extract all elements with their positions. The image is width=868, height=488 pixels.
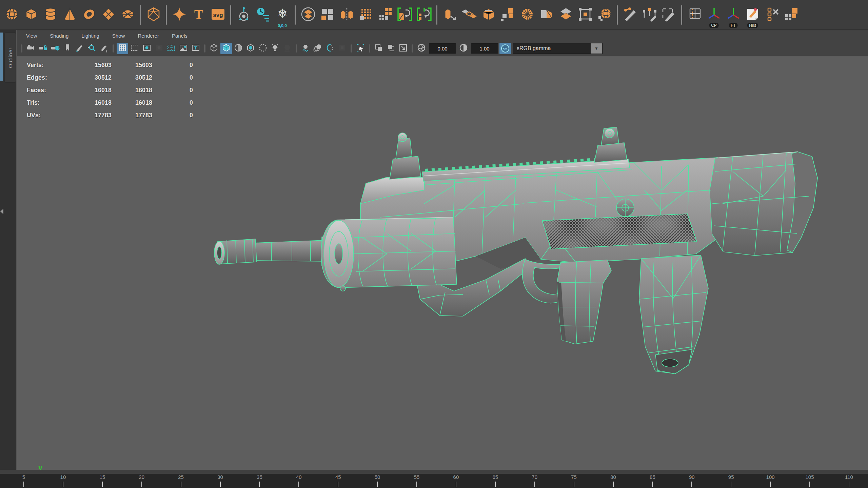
gate-mask-button[interactable] bbox=[153, 43, 165, 54]
exposure-button[interactable] bbox=[416, 43, 427, 54]
panel-menu-show[interactable]: Show bbox=[112, 33, 125, 39]
frame-label: 60 bbox=[453, 474, 459, 480]
delete-history-button[interactable] bbox=[762, 1, 782, 28]
color-management-toggle[interactable]: ON bbox=[499, 43, 511, 54]
gamma-field[interactable]: 1.00 bbox=[471, 43, 498, 54]
two-d-pan-zoom-button[interactable] bbox=[86, 43, 98, 54]
unfold-icon bbox=[538, 6, 555, 24]
safe-title-button[interactable]: T bbox=[190, 43, 201, 54]
panel-menu-shading[interactable]: Shading bbox=[50, 33, 68, 39]
shaded-mode-button[interactable] bbox=[220, 43, 232, 54]
lattice-button[interactable] bbox=[575, 1, 595, 28]
lighting-button[interactable] bbox=[269, 43, 281, 54]
booleans-button[interactable] bbox=[556, 1, 575, 28]
use-default-material-button[interactable] bbox=[257, 43, 269, 54]
construction-history-button[interactable]: Hist bbox=[743, 1, 762, 28]
screen-space-ao-button[interactable] bbox=[300, 43, 311, 54]
field-chart-icon bbox=[166, 43, 176, 54]
multi-cut-button[interactable] bbox=[659, 1, 678, 28]
bookmark-button[interactable] bbox=[62, 43, 73, 54]
bevel-button[interactable] bbox=[479, 1, 498, 28]
extrude-button[interactable] bbox=[440, 1, 459, 28]
isolate-select-button[interactable] bbox=[355, 43, 366, 54]
outliner-tab[interactable]: Outliner bbox=[4, 33, 16, 83]
crease-tool-icon bbox=[622, 6, 638, 24]
image-plane-button[interactable] bbox=[74, 43, 85, 54]
quad-draw-button[interactable] bbox=[685, 1, 704, 28]
chevron-down-icon[interactable]: ▼ bbox=[591, 43, 602, 54]
panel-collapse-arrow-icon[interactable] bbox=[0, 209, 3, 214]
toolbar-separator bbox=[369, 44, 370, 53]
center-pivot-icon bbox=[236, 6, 252, 24]
anti-alias-button[interactable] bbox=[336, 43, 348, 54]
freeze-transform-button[interactable]: ❄0,0,0 bbox=[273, 1, 292, 28]
poly-disc-button[interactable] bbox=[118, 1, 137, 28]
contrast-button[interactable] bbox=[458, 43, 469, 54]
poly-cube-button[interactable] bbox=[21, 1, 41, 28]
camera-attributes-button[interactable] bbox=[50, 43, 61, 54]
textured-mode-button[interactable] bbox=[233, 43, 244, 54]
wireframe-on-shaded-button[interactable] bbox=[245, 43, 256, 54]
svg-tool-button[interactable]: svg bbox=[208, 1, 228, 28]
smooth-button[interactable] bbox=[356, 1, 376, 28]
shelf-separator bbox=[681, 5, 682, 25]
uv-editor-button[interactable] bbox=[782, 1, 801, 28]
shadows-button[interactable] bbox=[281, 43, 293, 54]
center-pivot-axis-button[interactable]: CP bbox=[704, 1, 724, 28]
poly-torus-button[interactable] bbox=[79, 1, 99, 28]
hud-value: Tris: bbox=[27, 99, 71, 106]
poly-cone-button[interactable] bbox=[60, 1, 79, 28]
poly-sphere-button[interactable] bbox=[2, 1, 21, 28]
circularize-button[interactable] bbox=[517, 1, 537, 28]
resolution-gate-button[interactable] bbox=[141, 43, 153, 54]
hud-value: 16018 bbox=[71, 99, 112, 106]
freeze-transform-axis-button[interactable]: FT bbox=[724, 1, 743, 28]
field-chart-button[interactable] bbox=[165, 43, 177, 54]
safe-action-button[interactable] bbox=[178, 43, 189, 54]
edit-edge-flow-button[interactable] bbox=[640, 1, 659, 28]
range-slider-strip[interactable] bbox=[0, 470, 868, 474]
separate-button[interactable] bbox=[318, 1, 337, 28]
reduce-button[interactable] bbox=[376, 1, 395, 28]
grease-pencil-button[interactable] bbox=[98, 43, 110, 54]
center-pivot-button[interactable] bbox=[234, 1, 253, 28]
platonic-solid-button[interactable] bbox=[144, 1, 163, 28]
exposure-field[interactable]: 0.00 bbox=[429, 43, 456, 54]
poly-cylinder-button[interactable] bbox=[41, 1, 60, 28]
remesh-button[interactable] bbox=[414, 1, 434, 28]
camera-lock-button[interactable] bbox=[37, 43, 49, 54]
time-slider[interactable]: 5101520253035404550556065707580859095100… bbox=[0, 474, 868, 488]
retopologize-button[interactable] bbox=[395, 1, 414, 28]
bridge-button[interactable] bbox=[459, 1, 479, 28]
xray-button[interactable] bbox=[373, 43, 384, 54]
viewport-3d[interactable]: Verts:15603156030Edges:30512305120Faces:… bbox=[17, 56, 868, 470]
frame-tick bbox=[259, 482, 260, 487]
spherize-button[interactable] bbox=[595, 1, 614, 28]
grid-button[interactable] bbox=[117, 43, 128, 54]
unfold-button[interactable] bbox=[537, 1, 556, 28]
wireframe-mode-button[interactable] bbox=[208, 43, 220, 54]
crease-tool-button[interactable] bbox=[620, 1, 640, 28]
panel-menu-panels[interactable]: Panels bbox=[172, 33, 188, 39]
poly-plane-button[interactable] bbox=[99, 1, 118, 28]
film-gate-button[interactable] bbox=[129, 43, 140, 54]
panel-menu-renderer[interactable]: Renderer bbox=[138, 33, 159, 39]
super-shape-button[interactable] bbox=[170, 1, 189, 28]
snapshot-button[interactable] bbox=[397, 43, 409, 54]
camera-select-button[interactable] bbox=[25, 43, 37, 54]
type-tool-button[interactable]: T bbox=[189, 1, 208, 28]
depth-of-field-button[interactable] bbox=[324, 43, 336, 54]
motion-blur-button[interactable] bbox=[312, 43, 323, 54]
mirror-button[interactable] bbox=[337, 1, 356, 28]
frame-label: 100 bbox=[766, 474, 775, 480]
reset-transform-button[interactable] bbox=[253, 1, 273, 28]
colorspace-dropdown[interactable]: sRGB gamma▼ bbox=[513, 43, 603, 54]
panel-menu-view[interactable]: View bbox=[26, 33, 37, 39]
xray-joints-button[interactable] bbox=[385, 43, 397, 54]
combine-button[interactable] bbox=[298, 1, 318, 28]
remesh-icon bbox=[416, 6, 432, 24]
panel-menu-lighting[interactable]: Lighting bbox=[81, 33, 99, 39]
svg-text:svg: svg bbox=[213, 12, 223, 18]
duplicate-face-button[interactable] bbox=[498, 1, 517, 28]
circularize-icon bbox=[519, 6, 535, 24]
